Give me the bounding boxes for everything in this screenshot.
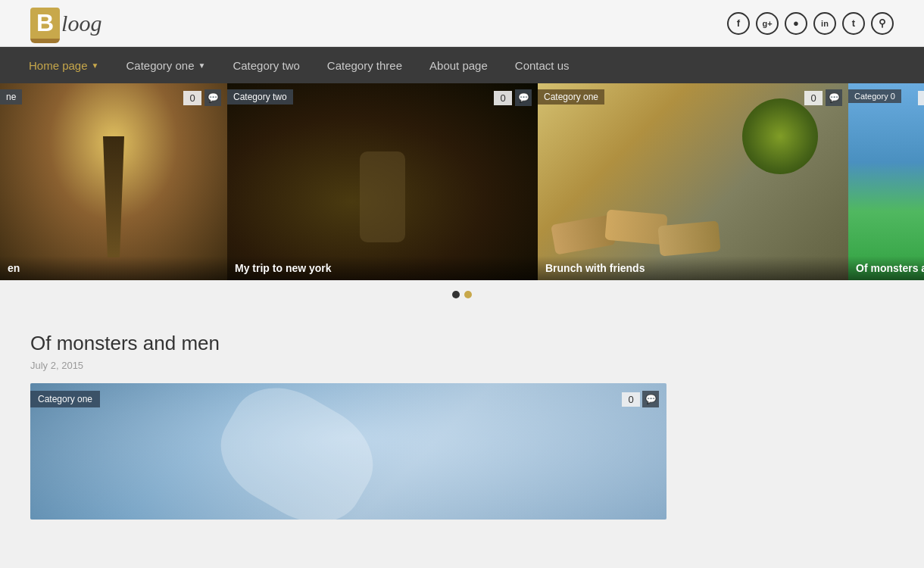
nav-category-one[interactable]: Category one ▼ — [112, 47, 219, 83]
slide-4-count-badge: 0 💬 — [918, 89, 924, 106]
slide-4[interactable]: Category 0 0 💬 Of monsters and m — [848, 83, 924, 280]
slide-1[interactable]: ne 0 💬 en — [0, 83, 227, 280]
slide-2-count: 0 — [494, 91, 512, 105]
slide-4-overlay: Of monsters and m — [848, 256, 924, 280]
nav-contact[interactable]: Contact us — [501, 47, 583, 83]
post-title[interactable]: Of monsters and men — [30, 332, 894, 355]
slide-2-count-badge: 0 💬 — [494, 89, 532, 106]
slide-3-comment-icon: 💬 — [826, 89, 842, 106]
logo-b: B — [30, 8, 60, 39]
linkedin-icon[interactable]: in — [813, 12, 836, 35]
googleplus-icon[interactable]: g+ — [756, 12, 779, 35]
slide-1-title: en — [8, 262, 220, 274]
nav-category-two[interactable]: Category two — [219, 47, 313, 83]
slide-4-count: 0 — [918, 91, 924, 105]
slide-1-count-badge: 0 💬 — [183, 89, 221, 106]
slide-1-comment-icon: 💬 — [204, 89, 221, 106]
nav-cat1-arrow: ▼ — [198, 61, 206, 70]
main-nav: Home page ▼ Category one ▼ Category two … — [0, 47, 924, 83]
dot-1[interactable] — [452, 291, 460, 298]
slide-3-overlay: Brunch with friends — [538, 256, 848, 280]
slide-3-count: 0 — [804, 91, 823, 105]
post-count-badge: 0 💬 — [622, 391, 659, 407]
slide-2-title: My trip to new york — [235, 262, 530, 274]
nav-home-arrow: ▼ — [92, 61, 99, 70]
slide-4-title: Of monsters and m — [856, 262, 924, 274]
post-category-badge: Category one — [30, 391, 100, 407]
site-header: B loog f g+ ● in t ⚲ — [0, 0, 924, 47]
slide-3-count-badge: 0 💬 — [804, 89, 842, 106]
slide-2-overlay: My trip to new york — [227, 256, 538, 280]
slider-section: ne 0 💬 en Category two 0 💬 My trip — [0, 83, 924, 280]
slider-dots — [0, 280, 924, 309]
facebook-icon[interactable]: f — [727, 12, 750, 35]
site-logo[interactable]: B loog — [30, 8, 101, 39]
slide-3-category: Category one — [538, 89, 604, 105]
logo-text: loog — [61, 11, 101, 36]
twitter-icon[interactable]: t — [842, 12, 865, 35]
search-icon[interactable]: ⚲ — [871, 12, 894, 35]
slide-2-category: Category two — [227, 89, 293, 105]
slider-track: ne 0 💬 en Category two 0 💬 My trip — [0, 83, 924, 280]
instagram-icon[interactable]: ● — [785, 12, 807, 35]
dot-2[interactable] — [464, 291, 472, 298]
slide-4-category: Category 0 — [848, 89, 901, 103]
slide-2[interactable]: Category two 0 💬 My trip to new york — [227, 83, 538, 280]
nav-home[interactable]: Home page ▼ — [15, 47, 112, 83]
slide-3-title: Brunch with friends — [545, 262, 841, 274]
slide-1-overlay: en — [0, 256, 227, 280]
slide-2-comment-icon: 💬 — [515, 89, 532, 106]
post-image-container[interactable]: Category one 0 💬 — [30, 383, 666, 520]
post-comment-icon: 💬 — [642, 391, 659, 407]
slide-3[interactable]: Category one 0 💬 Brunch with friends — [538, 83, 848, 280]
nav-category-three[interactable]: Category three — [314, 47, 416, 83]
slide-1-count: 0 — [183, 91, 201, 105]
post-date: July 2, 2015 — [30, 360, 894, 371]
social-icons-container: f g+ ● in t ⚲ — [727, 12, 894, 35]
main-content: Of monsters and men July 2, 2015 Categor… — [0, 309, 924, 542]
post-comment-count: 0 — [622, 392, 640, 407]
nav-about[interactable]: About page — [416, 47, 501, 83]
slide-1-category: ne — [0, 89, 22, 105]
